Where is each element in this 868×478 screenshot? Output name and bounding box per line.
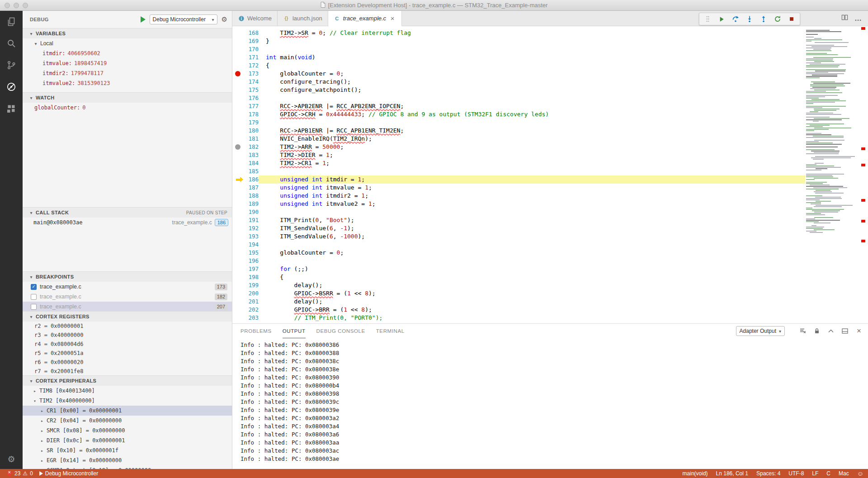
panel-tab-terminal[interactable]: TERMINAL [376, 324, 405, 338]
status-item[interactable]: Mac [839, 470, 849, 477]
breakpoint-row[interactable]: trace_example.c182 [23, 292, 232, 302]
variable-row[interactable]: itmvalue2:3815390123 [23, 78, 232, 88]
close-panel-icon[interactable] [855, 327, 863, 335]
code-line[interactable]: 179 [232, 118, 805, 127]
code-line[interactable]: 187 unsigned int itmvalue = 1; [232, 184, 805, 192]
code-line[interactable]: 199 delay(); [232, 281, 805, 289]
code-line[interactable]: 176 [232, 94, 805, 102]
breakpoint-gutter[interactable] [232, 281, 243, 289]
breakpoint-gutter[interactable] [232, 192, 243, 200]
feedback-smiley-icon[interactable] [857, 470, 863, 477]
register-row[interactable]: r3 = 0x40000000 [23, 331, 232, 340]
code-line[interactable]: 175 configure_watchpoint(); [232, 86, 805, 94]
code-line[interactable]: 172{ [232, 62, 805, 70]
zoom-window-button[interactable] [23, 3, 28, 8]
register-row[interactable]: r2 = 0x00000001 [23, 322, 232, 331]
breakpoint-gutter[interactable] [232, 45, 243, 53]
peripheral-row[interactable]: EGR [0x14] = 0x00000000 [23, 455, 232, 465]
breakpoint-gutter[interactable] [232, 216, 243, 224]
panel-tab-problems[interactable]: PROBLEMS [241, 324, 272, 338]
status-item[interactable]: Spaces: 4 [756, 470, 780, 477]
breakpoint-gutter[interactable] [232, 86, 243, 94]
code-line[interactable]: 189 unsigned int itmvalue2 = 1; [232, 200, 805, 208]
call-stack-section-header[interactable]: CALL STACK PAUSED ON STEP [23, 208, 232, 218]
breakpoint-gutter[interactable] [232, 289, 243, 298]
breakpoint-row[interactable]: trace_example.c173 [23, 282, 232, 292]
breakpoint-gutter[interactable] [232, 118, 243, 127]
code-line[interactable]: 171int main(void) [232, 53, 805, 62]
breakpoint-gutter[interactable] [232, 224, 243, 232]
code-line[interactable]: 183 TIM2->DIER = 1; [232, 151, 805, 159]
breakpoint-gutter[interactable] [232, 200, 243, 208]
code-line[interactable]: 198 { [232, 273, 805, 281]
minimap[interactable] [805, 26, 855, 323]
breakpoint-gutter[interactable] [232, 232, 243, 241]
breakpoint-icon[interactable] [235, 71, 241, 76]
breakpoint-gutter[interactable] [232, 265, 243, 273]
register-row[interactable]: r6 = 0x00000020 [23, 358, 232, 367]
breakpoint-gutter[interactable] [232, 249, 243, 257]
code-line[interactable]: 181 NVIC_EnableIRQ(TIM2_IRQn); [232, 135, 805, 143]
breakpoint-gutter[interactable] [232, 159, 243, 167]
breakpoint-gutter[interactable] [232, 110, 243, 118]
breakpoint-gutter[interactable] [232, 143, 243, 151]
status-item[interactable]: C [826, 470, 830, 477]
tab-launch-json[interactable]: launch.json [278, 11, 328, 26]
breakpoint-gutter[interactable] [232, 306, 243, 314]
code-line[interactable]: 173 globalCounter = 0; [232, 70, 805, 78]
peripheral-row[interactable]: TIM2 [0x40000000] [23, 396, 232, 406]
cortex-registers-section-header[interactable]: CORTEX REGISTERS [23, 312, 232, 322]
code-line[interactable]: 203 // ITM_Print(0, "PORT0"); [232, 314, 805, 322]
breakpoint-gutter[interactable] [232, 208, 243, 216]
breakpoint-gutter[interactable] [232, 257, 243, 265]
status-item[interactable]: Ln 186, Col 1 [716, 470, 748, 477]
watch-row[interactable]: globalCounter:0 [23, 103, 232, 113]
status-item[interactable]: main(void) [683, 470, 708, 477]
code-line[interactable]: 177 RCC->APB2ENR |= RCC_APB2ENR_IOPCEN; [232, 102, 805, 110]
breakpoint-gutter[interactable] [232, 184, 243, 192]
breakpoint-checkbox[interactable] [31, 304, 37, 310]
start-debug-button[interactable] [141, 16, 146, 23]
breakpoint-checkbox[interactable] [31, 284, 37, 290]
breakpoint-gutter[interactable] [232, 102, 243, 110]
code-line[interactable]: 180 RCC->APB1ENR |= RCC_APB1ENR_TIM2EN; [232, 127, 805, 135]
output-channel-dropdown[interactable]: Adapter Output [736, 326, 785, 336]
breakpoint-gutter[interactable] [232, 167, 243, 175]
close-tab-icon[interactable] [389, 15, 396, 22]
code-line[interactable]: 178 GPIOC->CRH = 0x44444433; // GPIOC 8 … [232, 110, 805, 118]
breakpoint-gutter[interactable] [232, 241, 243, 249]
breakpoint-gutter[interactable] [232, 78, 243, 86]
panel-tab-output[interactable]: OUTPUT [283, 324, 306, 338]
breakpoint-gutter[interactable] [232, 37, 243, 45]
code-line[interactable]: 190 [232, 208, 805, 216]
source-control-icon[interactable] [0, 54, 23, 76]
output-log[interactable]: Info : halted: PC: 0x08000386Info : halt… [232, 338, 868, 469]
peripheral-row[interactable]: CR2 [0x04] = 0x00000000 [23, 416, 232, 426]
variable-row[interactable]: itmdir:4066950602 [23, 48, 232, 58]
configure-gear-icon[interactable]: ⚙ [222, 15, 227, 24]
code-line[interactable]: 182 TIM2->ARR = 50000; [232, 143, 805, 151]
peripheral-row[interactable]: SMCR [0x08] = 0x00000000 [23, 426, 232, 435]
breakpoint-gutter[interactable] [232, 135, 243, 143]
overview-ruler[interactable] [855, 26, 868, 323]
peripheral-row[interactable]: CR1 [0x00] = 0x00000001 [23, 406, 232, 416]
maximize-panel-icon[interactable] [827, 327, 835, 335]
code-line[interactable]: 184 TIM2->CR1 = 1; [232, 159, 805, 167]
breakpoint-gutter[interactable] [232, 273, 243, 281]
close-window-button[interactable] [5, 3, 10, 8]
register-row[interactable]: r5 = 0x2000051a [23, 349, 232, 358]
code-line[interactable]: 197 for (;;) [232, 265, 805, 273]
debug-config-dropdown[interactable]: Debug Microcontroller [150, 14, 217, 24]
register-row[interactable]: r4 = 0x080004d6 [23, 340, 232, 349]
explorer-icon[interactable] [0, 11, 23, 33]
breakpoint-gutter[interactable] [232, 70, 243, 78]
minimize-window-button[interactable] [14, 3, 19, 8]
clear-output-icon[interactable] [799, 327, 807, 335]
code-line[interactable]: 202 GPIOC->BRR = (1 << 8); [232, 306, 805, 314]
split-editor-icon[interactable] [841, 14, 848, 23]
debug-icon[interactable] [0, 76, 23, 98]
extensions-icon[interactable] [0, 98, 23, 119]
settings-gear-icon[interactable]: ⚙ [0, 449, 23, 469]
peripheral-row[interactable]: CCMR1_Output [0x18] = 0x00000000 [23, 465, 232, 469]
continue-icon[interactable] [718, 15, 725, 23]
